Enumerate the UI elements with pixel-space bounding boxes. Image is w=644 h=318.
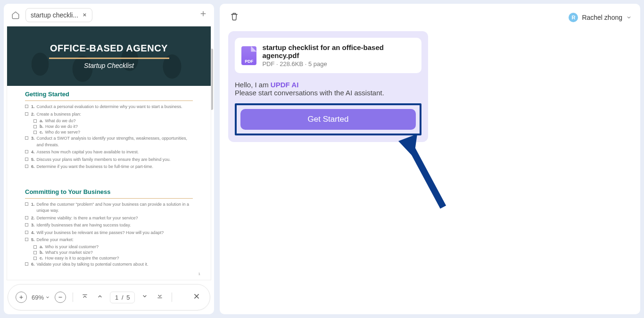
get-started-highlight: Get Started	[235, 103, 421, 135]
subitem-letter: b.	[40, 124, 43, 129]
greeting-prefix: Hello, I am	[235, 81, 271, 89]
item-text: Create a business plan:	[37, 111, 193, 118]
file-info: startup checklist for an office-based ag…	[262, 43, 415, 67]
item-number: 4.	[31, 149, 35, 156]
home-icon	[11, 11, 20, 19]
pdf-file-icon: PDF	[241, 46, 256, 65]
checklist-item: 1.Define the customer "problem" and how …	[25, 201, 193, 214]
section-divider	[25, 198, 193, 199]
checklist-subitem: b.How do we do it?	[33, 124, 193, 129]
checkbox-icon	[33, 131, 37, 134]
item-number: 5.	[31, 157, 35, 163]
subitem-text: Who is your ideal customer?	[45, 244, 193, 249]
tab-close-button[interactable]	[82, 11, 87, 19]
home-button[interactable]	[8, 8, 23, 22]
item-number: 5.	[31, 237, 35, 243]
checkbox-icon	[33, 125, 37, 128]
zoom-in-button[interactable]	[16, 292, 27, 303]
checklist-item: 6.Validate your idea by talking to poten…	[25, 261, 193, 268]
hero-background-image	[7, 26, 211, 86]
subitem-text: How easy is it to acquire the customer?	[45, 256, 193, 260]
item-number: 2.	[31, 215, 35, 222]
page-indicator[interactable]: 1 / 5	[110, 292, 135, 303]
zoom-out-button[interactable]	[55, 292, 66, 303]
checkbox-icon	[25, 223, 28, 226]
checklist-item: 1.Conduct a personal evaluation to deter…	[25, 104, 193, 110]
right-header: R Rachel zhong	[228, 10, 632, 25]
attached-file[interactable]: PDF startup checklist for an office-base…	[235, 38, 421, 73]
first-page-button[interactable]	[80, 291, 90, 303]
checkbox-icon	[25, 165, 28, 168]
item-number: 3.	[31, 135, 35, 142]
subitem-letter: c.	[40, 130, 43, 134]
checklist-item: 2.Create a business plan:	[25, 111, 193, 118]
checkbox-icon	[25, 262, 28, 266]
item-text: Define your market:	[37, 237, 193, 243]
item-number: 3.	[31, 222, 35, 229]
section-title: Committing to Your Business	[25, 188, 193, 195]
zoom-level-dropdown[interactable]: 69%	[32, 294, 50, 301]
minus-icon	[58, 294, 63, 300]
subitem-text: Who do we serve?	[45, 130, 193, 134]
file-meta: PDF · 228.6KB · 5 page	[262, 60, 415, 67]
subitem-text: How do we do it?	[45, 124, 193, 129]
checkbox-icon	[25, 231, 28, 234]
chevron-bottom-icon	[156, 293, 164, 300]
trash-icon	[230, 12, 239, 21]
brand-name: UPDF AI	[271, 81, 298, 89]
checkbox-icon	[33, 245, 37, 249]
checklist-subitem: b.What's your market size?	[33, 250, 193, 255]
checklist-subitem: a.What do we do?	[33, 118, 193, 123]
prev-page-button[interactable]	[95, 291, 105, 303]
subitem-text: What do we do?	[45, 118, 193, 123]
checkbox-icon	[25, 105, 28, 108]
close-toolbar-button[interactable]	[191, 291, 202, 304]
checkbox-icon	[25, 238, 28, 241]
user-name: Rachel zhong	[582, 14, 622, 21]
checklist-item: 3.Conduct a SWOT analysis to identify yo…	[25, 135, 193, 148]
item-number: 6.	[31, 164, 35, 170]
file-name: startup checklist for an office-based ag…	[262, 43, 415, 59]
new-tab-button[interactable]	[197, 8, 209, 22]
tab-document[interactable]: startup checkli...	[25, 8, 92, 22]
checkbox-icon	[33, 119, 37, 123]
last-page-button[interactable]	[155, 291, 165, 303]
toolbar-divider	[172, 293, 172, 302]
checklist-item: 4.Assess how much capital you have avail…	[25, 149, 193, 156]
checklist-item: 3.Identify businesses that are having su…	[25, 222, 193, 229]
item-number: 4.	[31, 230, 35, 236]
document-viewport[interactable]: OFFICE-BASED AGENCY Startup Checklist Ge…	[4, 26, 214, 280]
item-text: Assess how much capital you have availab…	[37, 149, 193, 156]
item-text: Validate your idea by talking to potenti…	[37, 261, 193, 268]
checkbox-icon	[25, 136, 28, 140]
subitem-letter: b.	[40, 250, 43, 255]
checkbox-icon	[25, 158, 28, 161]
checklist-item: 4.Will your business be relevant as time…	[25, 230, 193, 236]
plus-icon	[18, 294, 24, 300]
checkbox-icon	[33, 257, 37, 260]
greeting-text: Hello, I am UPDF AI Please start convers…	[235, 81, 421, 97]
subitem-letter: c.	[40, 256, 43, 260]
section-committing: Committing to Your Business 1.Define the…	[7, 184, 211, 271]
toolbar-divider	[73, 293, 73, 302]
checkbox-icon	[25, 202, 28, 206]
subitem-letter: a.	[40, 118, 43, 123]
item-text: Conduct a personal evaluation to determi…	[37, 104, 193, 110]
get-started-button[interactable]: Get Started	[240, 109, 416, 130]
item-number: 2.	[31, 111, 35, 118]
item-number: 6.	[31, 261, 35, 268]
delete-button[interactable]	[228, 10, 240, 25]
hero-subtitle: Startup Checklist	[84, 62, 134, 69]
chevron-down-icon	[141, 293, 149, 300]
zoom-value: 69%	[32, 294, 44, 301]
checklist-subitem: c.How easy is it to acquire the customer…	[33, 256, 193, 260]
next-page-button[interactable]	[140, 291, 150, 303]
checklist-subitem: a.Who is your ideal customer?	[33, 244, 193, 249]
item-text: Determine viability: Is there a market f…	[37, 215, 193, 222]
subitem-letter: a.	[40, 244, 43, 249]
ai-chat-card: PDF startup checklist for an office-base…	[228, 31, 428, 142]
hero-divider	[49, 58, 169, 59]
user-menu[interactable]: R Rachel zhong	[569, 13, 632, 22]
greeting-line2: Please start conversations with the AI a…	[235, 89, 384, 97]
checklist-item: 5.Discuss your plans with family members…	[25, 157, 193, 163]
